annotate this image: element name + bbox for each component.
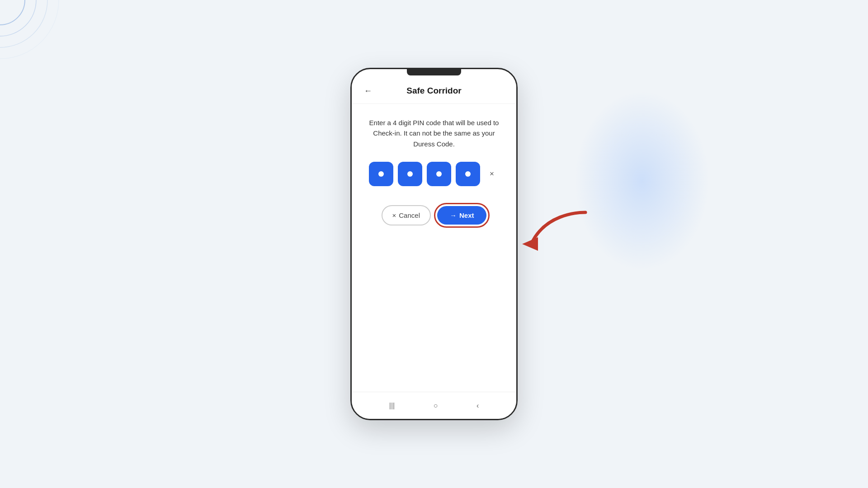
phone-notch	[407, 69, 461, 75]
bottom-nav: ||| ○ ‹	[352, 392, 516, 419]
svg-point-1	[0, 0, 36, 36]
action-buttons: × Cancel → Next	[382, 205, 487, 225]
pin-dot-3[interactable]	[427, 162, 451, 186]
pin-clear-button[interactable]: ×	[485, 167, 499, 181]
phone-body: ← Safe Corridor Enter a 4 digit PIN code…	[350, 68, 518, 420]
nav-home-icon[interactable]: ○	[434, 402, 438, 410]
app-header: ← Safe Corridor	[352, 75, 516, 104]
nav-back-icon[interactable]: ‹	[476, 402, 479, 410]
pin-dot-1[interactable]	[369, 162, 393, 186]
nav-menu-icon[interactable]: |||	[389, 402, 395, 410]
background-glow	[574, 90, 710, 271]
svg-marker-4	[522, 237, 538, 251]
next-icon: →	[450, 211, 457, 219]
screen-content: Enter a 4 digit PIN code that will be us…	[352, 104, 516, 392]
next-button[interactable]: → Next	[437, 206, 487, 225]
cancel-icon: ×	[392, 211, 396, 219]
pin-dot-4[interactable]	[456, 162, 480, 186]
back-button[interactable]: ←	[361, 84, 375, 98]
next-label: Next	[459, 211, 474, 219]
pin-input-row: ×	[369, 162, 499, 186]
cancel-button[interactable]: × Cancel	[382, 205, 431, 225]
svg-point-0	[0, 0, 25, 25]
annotation-arrow	[518, 208, 590, 268]
page-title: Safe Corridor	[375, 86, 493, 96]
phone-screen: ← Safe Corridor Enter a 4 digit PIN code…	[352, 75, 516, 419]
pin-dot-2[interactable]	[398, 162, 422, 186]
instruction-text: Enter a 4 digit PIN code that will be us…	[364, 117, 504, 149]
svg-point-3	[0, 0, 59, 59]
decorative-circles	[0, 0, 90, 90]
phone-mockup: ← Safe Corridor Enter a 4 digit PIN code…	[350, 68, 518, 420]
cancel-label: Cancel	[399, 211, 420, 219]
